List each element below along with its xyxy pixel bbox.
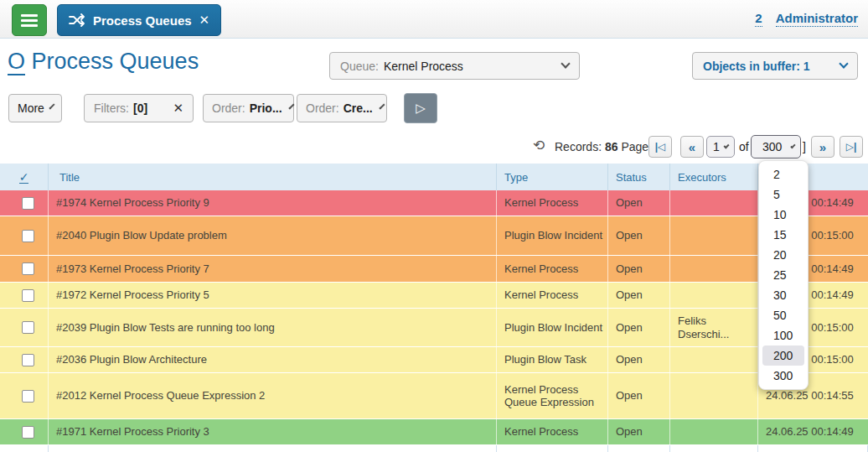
row-title: #2012 Kernel Process Queue Expression 2 xyxy=(49,373,497,418)
page-size-option[interactable]: 2 xyxy=(762,164,804,184)
chevron-down-icon xyxy=(561,59,570,68)
row-status: Open xyxy=(608,419,670,444)
clear-filters-icon[interactable]: ✕ xyxy=(173,101,183,116)
row-title: #1974 Kernel Process Priority 9 xyxy=(49,190,497,216)
row-type: Kernel Process Queue Expression xyxy=(497,373,608,418)
last-page-button[interactable]: ▷| xyxy=(840,136,863,158)
row-title: #2039 Plugin Blow Tests are running too … xyxy=(49,309,497,346)
row-type: Plugin Blow Incident xyxy=(497,309,608,346)
row-checkbox[interactable] xyxy=(22,390,34,403)
row-type: Kernel Process xyxy=(497,190,608,216)
row-checkbox[interactable] xyxy=(22,197,34,210)
row-checkbox[interactable] xyxy=(22,426,34,439)
hamburger-icon xyxy=(21,14,38,17)
table-row[interactable]: #2036 Plugin Blow Architecture Plugin Bl… xyxy=(0,347,868,373)
page-size-option[interactable]: 300 xyxy=(762,366,804,386)
page-size-option[interactable]: 30 xyxy=(762,285,804,305)
tab-label: Process Queues xyxy=(93,13,192,28)
chevron-down-icon xyxy=(791,143,796,148)
top-bar: Process Queues ✕ 2 Administrator xyxy=(0,0,868,39)
row-created: 24.06.25 00:14:49 xyxy=(758,419,868,444)
filters-button[interactable]: Filters: [0] ✕ xyxy=(84,94,194,122)
chevron-down-icon xyxy=(288,103,294,109)
row-executors: Feliks Dserschi... xyxy=(670,309,758,346)
tab-process-queues[interactable]: Process Queues ✕ xyxy=(57,4,221,36)
chevron-down-icon xyxy=(379,103,385,109)
tab-close-icon[interactable]: ✕ xyxy=(199,13,210,28)
user-area: 2 Administrator xyxy=(755,11,858,27)
more-button-label: More xyxy=(18,101,44,115)
order-priority-select[interactable]: Order: Prio... xyxy=(203,94,294,122)
order-value: Prio... xyxy=(250,101,282,115)
row-title: #1971 Kernel Process Priority 3 xyxy=(49,419,497,444)
chevron-down-icon xyxy=(723,143,729,148)
filters-label: Filters: xyxy=(94,101,129,115)
row-checkbox[interactable] xyxy=(22,354,34,366)
table-row[interactable]: #1971 Kernel Process Priority 3 Kernel P… xyxy=(0,419,868,445)
page-size-option[interactable]: 5 xyxy=(762,184,804,205)
row-status: Open xyxy=(608,309,670,346)
first-page-button[interactable]: |◁ xyxy=(648,136,672,158)
row-checkbox[interactable] xyxy=(22,262,34,275)
prev-page-button[interactable]: « xyxy=(680,136,704,158)
row-checkbox[interactable] xyxy=(22,230,34,242)
chevron-down-icon xyxy=(839,59,848,68)
header-status: Status xyxy=(608,164,670,190)
page-size-option[interactable]: 25 xyxy=(762,265,804,285)
row-type: Plugin Blow Task xyxy=(497,347,608,372)
row-type: Kernel Process xyxy=(497,283,608,308)
notification-count-link[interactable]: 2 xyxy=(755,11,762,27)
buffer-select[interactable]: Objects in buffer: 1 xyxy=(692,52,858,80)
row-executors xyxy=(670,190,758,216)
page-size-option[interactable]: 100 xyxy=(762,325,804,345)
last-page-icon: ▷| xyxy=(846,141,857,153)
row-title: #2040 Plugin Blow Update problem xyxy=(49,216,497,255)
row-checkbox[interactable] xyxy=(22,321,34,334)
next-page-button[interactable]: » xyxy=(811,136,834,158)
page-size-option[interactable]: 200 xyxy=(762,345,804,366)
table-row[interactable]: #1973 Kernel Process Priority 7 Kernel P… xyxy=(0,256,868,283)
queue-select-label: Queue: xyxy=(340,60,379,73)
table-row[interactable]: #1972 Kernel Process Priority 5 Kernel P… xyxy=(0,283,868,309)
run-button[interactable]: ▷ xyxy=(404,93,437,123)
page-number-value: 1 xyxy=(713,140,720,153)
table-row[interactable]: #2012 Kernel Process Queue Expression 2 … xyxy=(0,373,868,419)
header-type: Type xyxy=(497,164,608,190)
page-size-value: 300 xyxy=(762,140,782,153)
page-title: O Process Queues xyxy=(8,49,199,75)
row-executors xyxy=(670,283,758,308)
records-count: 86 xyxy=(605,140,618,153)
row-type: Kernel Process xyxy=(497,419,608,444)
row-status: Open xyxy=(608,283,670,308)
prev-page-icon: « xyxy=(689,140,695,154)
more-button[interactable]: More xyxy=(8,94,62,122)
row-executors xyxy=(670,216,758,255)
page-size-select[interactable]: 300 xyxy=(751,135,801,158)
user-name-link[interactable]: Administrator xyxy=(776,11,858,27)
table-row[interactable]: #2040 Plugin Blow Update problem Plugin … xyxy=(0,216,868,256)
queue-select[interactable]: Queue: Kernel Process xyxy=(329,52,580,80)
page-size-option[interactable]: 20 xyxy=(762,245,804,265)
page-size-option[interactable]: 50 xyxy=(762,305,804,325)
table-row[interactable]: #2039 Plugin Blow Tests are running too … xyxy=(0,309,868,347)
first-page-icon: |◁ xyxy=(655,141,666,153)
page-number-select[interactable]: 1 xyxy=(706,136,735,158)
next-page-icon: » xyxy=(819,140,826,154)
page-size-option[interactable]: 10 xyxy=(762,205,804,225)
row-checkbox[interactable] xyxy=(22,289,34,302)
order-created-select[interactable]: Order: Cre... xyxy=(297,94,387,122)
check-all-link[interactable]: ✓ xyxy=(19,171,29,184)
page-size-dropdown: 2 5 10 15 20 25 30 50 100 200 300 xyxy=(758,160,809,390)
table-header-row: ✓ Title Type Status Executors Created xyxy=(0,164,868,190)
refresh-icon[interactable]: ⟲ xyxy=(533,137,545,154)
row-status: Open xyxy=(608,373,670,418)
main-menu-button[interactable] xyxy=(12,4,47,36)
row-status: Open xyxy=(608,347,670,372)
page-size-option[interactable]: 15 xyxy=(762,225,804,245)
play-icon: ▷ xyxy=(416,101,426,116)
order-label: Order: xyxy=(306,101,339,115)
row-executors xyxy=(670,373,758,418)
process-table: ✓ Title Type Status Executors Created #1… xyxy=(0,164,868,452)
chevron-down-icon xyxy=(49,103,54,109)
table-row[interactable]: #1974 Kernel Process Priority 9 Kernel P… xyxy=(0,190,868,216)
